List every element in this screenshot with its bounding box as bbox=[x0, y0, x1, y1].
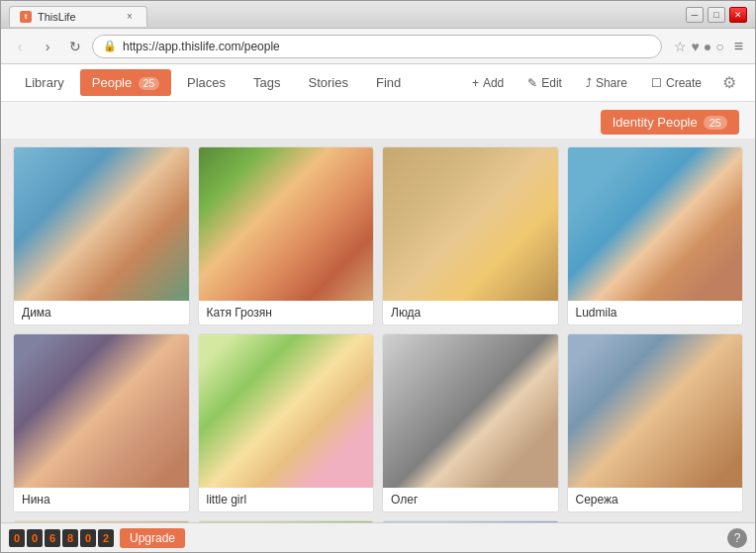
lock-icon: 🔒 bbox=[103, 40, 117, 52]
person-name: Нина bbox=[14, 488, 189, 511]
people-grid-area[interactable]: ДимаКатя ГрозянЛюдаLudmilaНинаlittle gir… bbox=[1, 138, 755, 522]
thislife-icon[interactable]: ○ bbox=[715, 39, 723, 54]
url-text: https://app.thislife.com/people bbox=[123, 40, 280, 53]
create-icon: ☐ bbox=[651, 76, 662, 90]
browser-window: t ThisLife × ─ □ ✕ ‹ › ↻ 🔒 https://app.t… bbox=[0, 0, 756, 553]
person-name: Сережа bbox=[568, 488, 743, 511]
add-icon: + bbox=[472, 76, 479, 90]
person-photo bbox=[383, 147, 558, 301]
person-name: Олег bbox=[383, 488, 558, 511]
identity-label: Identity People bbox=[613, 115, 698, 130]
person-card[interactable]: Ludmila bbox=[567, 146, 744, 325]
title-bar: t ThisLife × ─ □ ✕ bbox=[1, 1, 755, 29]
counter-digit: 0 bbox=[9, 529, 25, 547]
address-right-icons: ☆ ♥ ● ○ bbox=[674, 39, 723, 54]
app-nav: Library People 25 Places Tags Stories Fi… bbox=[1, 64, 755, 102]
person-name: Люда bbox=[383, 301, 558, 324]
identity-banner: Identity People 25 bbox=[1, 102, 755, 138]
person-name: Ludmila bbox=[568, 301, 743, 324]
person-photo bbox=[383, 334, 558, 488]
create-button[interactable]: ☐ Create bbox=[641, 71, 711, 95]
tab-close-btn[interactable]: × bbox=[123, 10, 137, 24]
edit-icon: ✎ bbox=[527, 76, 537, 90]
pinterest-icon[interactable]: ● bbox=[704, 39, 711, 54]
tab-title: ThisLife bbox=[38, 11, 76, 23]
person-card[interactable]: Люда bbox=[382, 146, 559, 325]
person-card[interactable]: Нина bbox=[13, 333, 190, 512]
person-photo bbox=[14, 334, 189, 488]
people-badge: 25 bbox=[139, 77, 159, 90]
nav-places[interactable]: Places bbox=[175, 69, 237, 96]
refresh-button[interactable]: ↻ bbox=[64, 36, 86, 57]
person-card[interactable]: Катя Грозян bbox=[198, 146, 375, 325]
counter-digit: 8 bbox=[62, 529, 78, 547]
nav-tags[interactable]: Tags bbox=[241, 69, 292, 96]
counter-digit: 0 bbox=[80, 529, 96, 547]
counter-display: 006802 bbox=[9, 529, 114, 547]
person-photo bbox=[568, 334, 743, 488]
nav-library[interactable]: Library bbox=[13, 69, 76, 96]
nav-stories[interactable]: Stories bbox=[296, 69, 359, 96]
star-icon[interactable]: ☆ bbox=[674, 39, 687, 54]
gear-button[interactable]: ⚙ bbox=[715, 69, 743, 97]
bookmark-icon[interactable]: ♥ bbox=[691, 39, 699, 54]
person-card[interactable]: Сережа bbox=[567, 333, 744, 512]
counter-digit: 6 bbox=[45, 529, 60, 547]
counter-digit: 0 bbox=[27, 529, 43, 547]
people-grid: ДимаКатя ГрозянЛюдаLudmilaНинаlittle gir… bbox=[13, 146, 743, 522]
identity-count: 25 bbox=[704, 116, 727, 130]
address-bar[interactable]: 🔒 https://app.thislife.com/people bbox=[92, 35, 662, 58]
add-button[interactable]: + Add bbox=[462, 71, 514, 95]
person-photo bbox=[199, 334, 374, 488]
person-name: Катя Грозян bbox=[199, 301, 374, 324]
close-btn[interactable]: ✕ bbox=[729, 7, 747, 23]
bottom-bar: 006802 Upgrade ? bbox=[1, 522, 755, 552]
browser-tab[interactable]: t ThisLife × bbox=[9, 6, 147, 27]
person-name: Дима bbox=[14, 301, 189, 324]
edit-button[interactable]: ✎ Edit bbox=[518, 71, 572, 95]
browser-menu-btn[interactable]: ≡ bbox=[730, 38, 747, 55]
person-name: little girl bbox=[199, 488, 374, 511]
person-photo bbox=[199, 147, 374, 301]
person-photo bbox=[14, 147, 189, 301]
counter-digit: 2 bbox=[98, 529, 114, 547]
maximize-btn[interactable]: □ bbox=[708, 7, 725, 23]
share-button[interactable]: ⤴ Share bbox=[576, 71, 637, 95]
minimize-btn[interactable]: ─ bbox=[686, 7, 704, 23]
help-button[interactable]: ? bbox=[727, 528, 747, 548]
identity-people-button[interactable]: Identity People 25 bbox=[601, 110, 739, 135]
forward-button[interactable]: › bbox=[37, 36, 58, 57]
nav-people[interactable]: People 25 bbox=[80, 69, 171, 96]
person-card[interactable]: Олег bbox=[382, 333, 559, 512]
window-controls: ─ □ ✕ bbox=[686, 7, 747, 23]
back-button[interactable]: ‹ bbox=[9, 36, 31, 57]
person-card[interactable]: Дима bbox=[13, 146, 190, 325]
tab-favicon: t bbox=[20, 11, 32, 23]
share-icon: ⤴ bbox=[586, 76, 592, 90]
address-bar-row: ‹ › ↻ 🔒 https://app.thislife.com/people … bbox=[1, 29, 755, 64]
upgrade-button[interactable]: Upgrade bbox=[120, 528, 185, 548]
person-card[interactable]: little girl bbox=[198, 333, 375, 512]
nav-find[interactable]: Find bbox=[364, 69, 413, 96]
person-photo bbox=[568, 147, 743, 301]
